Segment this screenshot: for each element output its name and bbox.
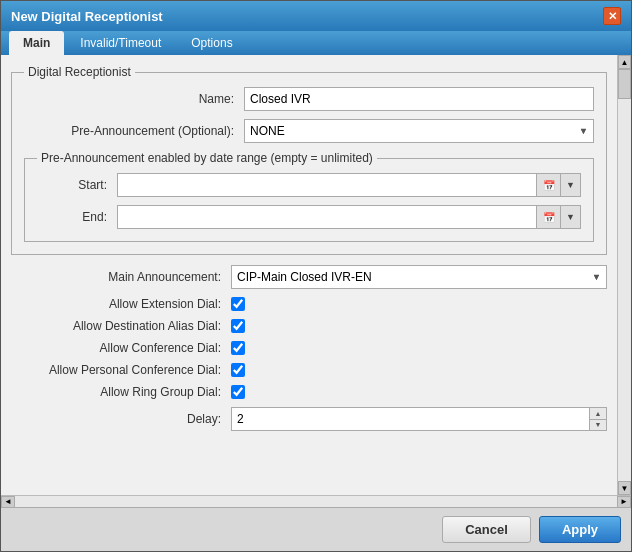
allow-personal-conference-checkbox[interactable] (231, 363, 245, 377)
delay-spinner-buttons: ▲ ▼ (589, 408, 606, 430)
pre-announcement-select[interactable]: NONE (244, 119, 594, 143)
end-calendar-button[interactable]: 📅 (536, 206, 560, 228)
end-label: End: (37, 210, 117, 224)
allow-ring-group-checkbox[interactable] (231, 385, 245, 399)
allow-extension-dial-checkbox[interactable] (231, 297, 245, 311)
allow-extension-dial-label: Allow Extension Dial: (11, 297, 231, 311)
main-announcement-select-wrapper: CIP-Main Closed IVR-EN ▼ (231, 265, 607, 289)
chevron-down-icon: ▼ (566, 212, 575, 222)
start-row: Start: 📅 ▼ (37, 173, 581, 197)
end-date-input-wrapper: 📅 ▼ (117, 205, 581, 229)
scroll-down-button[interactable]: ▼ (618, 481, 631, 495)
delay-spinner-wrapper: ▲ ▼ (231, 407, 607, 431)
tab-options[interactable]: Options (177, 31, 246, 55)
pre-announcement-select-wrapper: NONE ▼ (244, 119, 594, 143)
start-calendar-button[interactable]: 📅 (536, 174, 560, 196)
calendar-icon: 📅 (543, 212, 555, 223)
scroll-track[interactable] (618, 69, 631, 481)
start-date-input-wrapper: 📅 ▼ (117, 173, 581, 197)
allow-conference-dial-row: Allow Conference Dial: (11, 341, 607, 355)
vertical-scrollbar[interactable]: ▲ ▼ (617, 55, 631, 495)
horizontal-scrollbar[interactable]: ◄ ► (1, 495, 631, 507)
name-input[interactable] (244, 87, 594, 111)
tab-main[interactable]: Main (9, 31, 64, 55)
title-bar: New Digital Receptionist ✕ (1, 1, 631, 31)
calendar-icon: 📅 (543, 180, 555, 191)
start-label: Start: (37, 178, 117, 192)
scroll-thumb[interactable] (618, 69, 631, 99)
start-date-input[interactable] (118, 174, 536, 196)
end-row: End: 📅 ▼ (37, 205, 581, 229)
allow-ring-group-row: Allow Ring Group Dial: (11, 385, 607, 399)
allow-extension-dial-row: Allow Extension Dial: (11, 297, 607, 311)
pre-announcement-label: Pre-Announcement (Optional): (24, 124, 244, 138)
allow-personal-conference-row: Allow Personal Conference Dial: (11, 363, 607, 377)
allow-destination-alias-label: Allow Destination Alias Dial: (11, 319, 231, 333)
scroll-right-button[interactable]: ► (617, 496, 631, 508)
allow-conference-dial-label: Allow Conference Dial: (11, 341, 231, 355)
start-dropdown-button[interactable]: ▼ (560, 174, 580, 196)
cancel-button[interactable]: Cancel (442, 516, 531, 543)
allow-ring-group-label: Allow Ring Group Dial: (11, 385, 231, 399)
name-label: Name: (24, 92, 244, 106)
form-content: Digital Receptionist Name: Pre-Announcem… (1, 55, 617, 449)
allow-destination-alias-checkbox[interactable] (231, 319, 245, 333)
main-announcement-label: Main Announcement: (11, 270, 231, 284)
h-scroll-track[interactable] (15, 496, 617, 507)
name-row: Name: (24, 87, 594, 111)
delay-increment-button[interactable]: ▲ (590, 408, 606, 420)
delay-input[interactable] (232, 408, 589, 430)
main-announcement-row: Main Announcement: CIP-Main Closed IVR-E… (11, 265, 607, 289)
delay-label: Delay: (11, 412, 231, 426)
bottom-bar: Cancel Apply (1, 507, 631, 551)
group-legend: Digital Receptionist (24, 65, 135, 79)
date-range-legend: Pre-Announcement enabled by date range (… (37, 151, 377, 165)
digital-receptionist-group: Digital Receptionist Name: Pre-Announcem… (11, 65, 607, 255)
tab-bar: Main Invalid/Timeout Options (1, 31, 631, 55)
date-range-group: Pre-Announcement enabled by date range (… (24, 151, 594, 242)
chevron-down-icon: ▼ (566, 180, 575, 190)
delay-row: Delay: ▲ ▼ (11, 407, 607, 431)
end-dropdown-button[interactable]: ▼ (560, 206, 580, 228)
allow-personal-conference-label: Allow Personal Conference Dial: (11, 363, 231, 377)
allow-conference-dial-checkbox[interactable] (231, 341, 245, 355)
dialog: New Digital Receptionist ✕ Main Invalid/… (0, 0, 632, 552)
scrollable-content: Digital Receptionist Name: Pre-Announcem… (1, 55, 631, 495)
scroll-left-button[interactable]: ◄ (1, 496, 15, 508)
allow-destination-alias-row: Allow Destination Alias Dial: (11, 319, 607, 333)
close-button[interactable]: ✕ (603, 7, 621, 25)
dialog-title: New Digital Receptionist (11, 9, 163, 24)
delay-decrement-button[interactable]: ▼ (590, 420, 606, 431)
end-date-input[interactable] (118, 206, 536, 228)
content-area: Digital Receptionist Name: Pre-Announcem… (1, 55, 631, 495)
scroll-up-button[interactable]: ▲ (618, 55, 631, 69)
apply-button[interactable]: Apply (539, 516, 621, 543)
main-announcement-select[interactable]: CIP-Main Closed IVR-EN (231, 265, 607, 289)
pre-announcement-row: Pre-Announcement (Optional): NONE ▼ (24, 119, 594, 143)
close-icon: ✕ (608, 10, 617, 23)
tab-invalid-timeout[interactable]: Invalid/Timeout (66, 31, 175, 55)
